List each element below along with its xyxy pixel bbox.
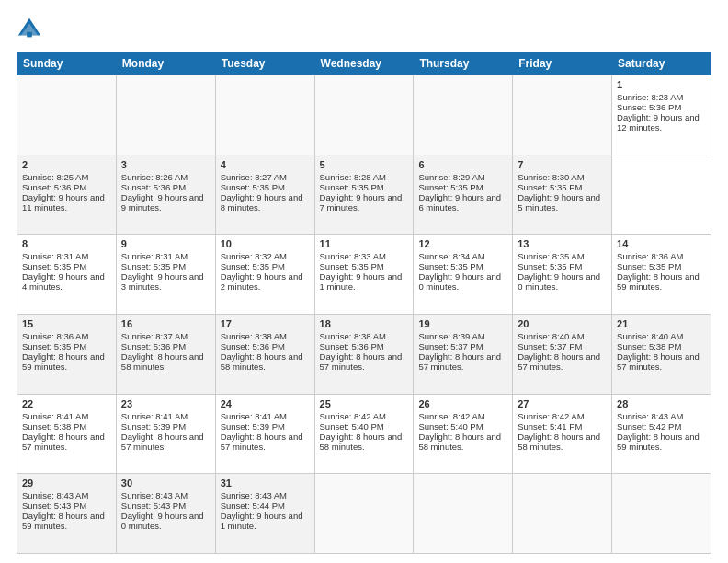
day-number-5: 5 bbox=[320, 159, 409, 170]
day-number-18: 18 bbox=[320, 318, 409, 329]
day-cell-18: 18Sunrise: 8:38 AMSunset: 5:36 PMDayligh… bbox=[314, 314, 414, 394]
sunset-26: Sunset: 5:40 PM bbox=[418, 421, 507, 431]
week-row-1: 2Sunrise: 8:25 AMSunset: 5:36 PMDaylight… bbox=[17, 155, 711, 235]
col-header-sunday: Sunday bbox=[17, 52, 117, 75]
day-number-17: 17 bbox=[221, 318, 310, 329]
sunset-17: Sunset: 5:36 PM bbox=[221, 341, 310, 351]
day-cell-22: 22Sunrise: 8:41 AMSunset: 5:38 PMDayligh… bbox=[17, 394, 117, 474]
daylight-1: Daylight: 9 hours and 12 minutes. bbox=[617, 112, 706, 132]
day-headers: SundayMondayTuesdayWednesdayThursdayFrid… bbox=[17, 52, 711, 75]
sunset-30: Sunset: 5:43 PM bbox=[121, 500, 210, 511]
logo-icon bbox=[17, 17, 42, 42]
day-cell-3: 3Sunrise: 8:26 AMSunset: 5:36 PMDaylight… bbox=[116, 155, 215, 235]
daylight-25: Daylight: 8 hours and 58 minutes. bbox=[320, 431, 409, 452]
empty-cell bbox=[116, 75, 215, 155]
sunset-9: Sunset: 5:35 PM bbox=[121, 261, 210, 271]
sunset-15: Sunset: 5:35 PM bbox=[22, 341, 111, 351]
daylight-8: Daylight: 9 hours and 4 minutes. bbox=[22, 271, 111, 292]
day-cell-8: 8Sunrise: 8:31 AMSunset: 5:35 PMDaylight… bbox=[17, 235, 117, 315]
svg-rect-2 bbox=[27, 32, 32, 38]
day-number-14: 14 bbox=[617, 238, 706, 249]
daylight-6: Daylight: 9 hours and 6 minutes. bbox=[418, 192, 507, 213]
day-cell-31: 31Sunrise: 8:43 AMSunset: 5:44 PMDayligh… bbox=[215, 474, 314, 554]
sunset-7: Sunset: 5:35 PM bbox=[518, 182, 607, 192]
day-number-25: 25 bbox=[320, 398, 409, 409]
daylight-26: Daylight: 8 hours and 58 minutes. bbox=[418, 431, 507, 452]
sunset-31: Sunset: 5:44 PM bbox=[221, 500, 310, 511]
daylight-7: Daylight: 9 hours and 5 minutes. bbox=[518, 192, 607, 213]
day-number-24: 24 bbox=[221, 398, 310, 409]
day-cell-16: 16Sunrise: 8:37 AMSunset: 5:36 PMDayligh… bbox=[116, 314, 215, 394]
empty-cell bbox=[612, 474, 711, 554]
sunrise-7: Sunrise: 8:30 AM bbox=[518, 172, 607, 182]
day-cell-27: 27Sunrise: 8:42 AMSunset: 5:41 PMDayligh… bbox=[513, 394, 612, 474]
empty-cell bbox=[513, 474, 612, 554]
day-number-1: 1 bbox=[617, 79, 706, 90]
sunrise-17: Sunrise: 8:38 AM bbox=[221, 331, 310, 341]
day-cell-11: 11Sunrise: 8:33 AMSunset: 5:35 PMDayligh… bbox=[314, 235, 414, 315]
calendar-table: SundayMondayTuesdayWednesdayThursdayFrid… bbox=[17, 52, 711, 554]
day-cell-24: 24Sunrise: 8:41 AMSunset: 5:39 PMDayligh… bbox=[215, 394, 314, 474]
sunrise-25: Sunrise: 8:42 AM bbox=[320, 411, 409, 421]
sunrise-13: Sunrise: 8:35 AM bbox=[518, 251, 607, 261]
sunrise-24: Sunrise: 8:41 AM bbox=[221, 411, 310, 421]
day-number-20: 20 bbox=[518, 318, 607, 329]
daylight-2: Daylight: 9 hours and 11 minutes. bbox=[22, 192, 111, 213]
day-cell-13: 13Sunrise: 8:35 AMSunset: 5:35 PMDayligh… bbox=[513, 235, 612, 315]
sunset-2: Sunset: 5:36 PM bbox=[22, 182, 111, 192]
sunset-11: Sunset: 5:35 PM bbox=[320, 261, 409, 271]
day-number-7: 7 bbox=[518, 159, 607, 170]
empty-cell bbox=[314, 474, 414, 554]
sunset-16: Sunset: 5:36 PM bbox=[121, 341, 210, 351]
day-cell-10: 10Sunrise: 8:32 AMSunset: 5:35 PMDayligh… bbox=[215, 235, 314, 315]
sunset-13: Sunset: 5:35 PM bbox=[518, 261, 607, 271]
daylight-23: Daylight: 8 hours and 57 minutes. bbox=[121, 431, 210, 452]
day-cell-2: 2Sunrise: 8:25 AMSunset: 5:36 PMDaylight… bbox=[17, 155, 117, 235]
sunrise-9: Sunrise: 8:31 AM bbox=[121, 251, 210, 261]
sunset-12: Sunset: 5:35 PM bbox=[418, 261, 507, 271]
empty-cell bbox=[215, 75, 314, 155]
sunrise-10: Sunrise: 8:32 AM bbox=[221, 251, 310, 261]
sunrise-27: Sunrise: 8:42 AM bbox=[518, 411, 607, 421]
sunset-29: Sunset: 5:43 PM bbox=[22, 500, 111, 511]
day-cell-17: 17Sunrise: 8:38 AMSunset: 5:36 PMDayligh… bbox=[215, 314, 314, 394]
sunrise-21: Sunrise: 8:40 AM bbox=[617, 331, 706, 341]
sunset-8: Sunset: 5:35 PM bbox=[22, 261, 111, 271]
day-cell-20: 20Sunrise: 8:40 AMSunset: 5:37 PMDayligh… bbox=[513, 314, 612, 394]
empty-cell bbox=[17, 75, 117, 155]
sunset-1: Sunset: 5:36 PM bbox=[617, 102, 706, 112]
sunrise-1: Sunrise: 8:23 AM bbox=[617, 92, 706, 102]
sunset-20: Sunset: 5:37 PM bbox=[518, 341, 607, 351]
sunrise-14: Sunrise: 8:36 AM bbox=[617, 251, 706, 261]
daylight-11: Daylight: 9 hours and 1 minute. bbox=[320, 271, 409, 292]
sunset-10: Sunset: 5:35 PM bbox=[221, 261, 310, 271]
col-header-saturday: Saturday bbox=[612, 52, 711, 75]
daylight-15: Daylight: 8 hours and 59 minutes. bbox=[22, 351, 111, 372]
sunset-28: Sunset: 5:42 PM bbox=[617, 421, 706, 431]
sunset-25: Sunset: 5:40 PM bbox=[320, 421, 409, 431]
week-row-5: 29Sunrise: 8:43 AMSunset: 5:43 PMDayligh… bbox=[17, 474, 711, 554]
col-header-wednesday: Wednesday bbox=[314, 52, 414, 75]
empty-cell bbox=[414, 474, 513, 554]
day-cell-12: 12Sunrise: 8:34 AMSunset: 5:35 PMDayligh… bbox=[414, 235, 513, 315]
day-number-2: 2 bbox=[22, 159, 111, 170]
daylight-10: Daylight: 9 hours and 2 minutes. bbox=[221, 271, 310, 292]
day-cell-14: 14Sunrise: 8:36 AMSunset: 5:35 PMDayligh… bbox=[612, 235, 711, 315]
day-number-12: 12 bbox=[418, 238, 507, 249]
day-cell-15: 15Sunrise: 8:36 AMSunset: 5:35 PMDayligh… bbox=[17, 314, 117, 394]
day-number-30: 30 bbox=[121, 477, 210, 488]
sunrise-30: Sunrise: 8:43 AM bbox=[121, 490, 210, 500]
sunrise-29: Sunrise: 8:43 AM bbox=[22, 490, 111, 500]
daylight-9: Daylight: 9 hours and 3 minutes. bbox=[121, 271, 210, 292]
sunrise-11: Sunrise: 8:33 AM bbox=[320, 251, 409, 261]
daylight-29: Daylight: 8 hours and 59 minutes. bbox=[22, 511, 111, 531]
sunrise-8: Sunrise: 8:31 AM bbox=[22, 251, 111, 261]
sunset-3: Sunset: 5:36 PM bbox=[121, 182, 210, 192]
sunrise-5: Sunrise: 8:28 AM bbox=[320, 172, 409, 182]
day-cell-1: 1Sunrise: 8:23 AMSunset: 5:36 PMDaylight… bbox=[612, 75, 711, 155]
sunrise-18: Sunrise: 8:38 AM bbox=[320, 331, 409, 341]
day-cell-7: 7Sunrise: 8:30 AMSunset: 5:35 PMDaylight… bbox=[513, 155, 612, 235]
daylight-27: Daylight: 8 hours and 58 minutes. bbox=[518, 431, 607, 452]
sunset-5: Sunset: 5:35 PM bbox=[320, 182, 409, 192]
day-cell-4: 4Sunrise: 8:27 AMSunset: 5:35 PMDaylight… bbox=[215, 155, 314, 235]
